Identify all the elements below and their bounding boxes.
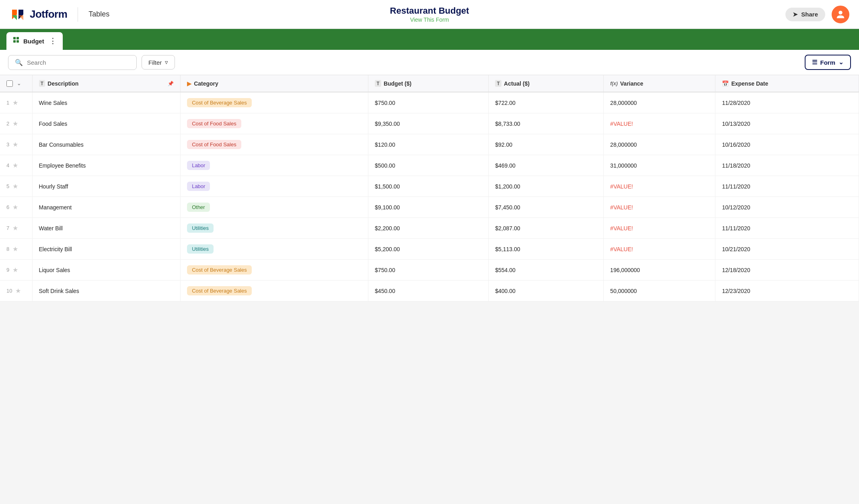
budget-cell[interactable]: $120.00	[368, 134, 489, 155]
category-cell[interactable]: Cost of Food Sales	[181, 134, 368, 155]
col-actual-header[interactable]: T Actual ($)	[489, 75, 604, 92]
tab-label: Budget	[23, 38, 44, 45]
favorite-star-icon[interactable]: ★	[12, 266, 18, 274]
description-cell[interactable]: Bar Consumables	[32, 134, 181, 155]
favorite-star-icon[interactable]: ★	[12, 203, 18, 211]
share-label: Share	[801, 11, 818, 18]
filter-button[interactable]: Filter ▿	[142, 55, 175, 70]
favorite-star-icon[interactable]: ★	[12, 120, 18, 127]
category-cell[interactable]: Cost of Beverage Sales	[181, 92, 368, 113]
budget-cell[interactable]: $9,350.00	[368, 113, 489, 134]
category-badge[interactable]: Utilities	[187, 223, 214, 233]
favorite-star-icon[interactable]: ★	[12, 182, 18, 190]
favorite-star-icon[interactable]: ★	[12, 162, 18, 169]
category-cell[interactable]: Cost of Food Sales	[181, 113, 368, 134]
category-badge[interactable]: Cost of Food Sales	[187, 119, 241, 128]
budget-table: ⌄ T Description 📌 ▶ Category	[0, 75, 859, 301]
expense-date-cell[interactable]: 12/18/2020	[715, 260, 859, 281]
actual-cell[interactable]: $92.00	[489, 134, 604, 155]
expense-date-cell[interactable]: 11/11/2020	[715, 218, 859, 239]
form-chevron-icon: ⌄	[838, 59, 844, 66]
category-cell[interactable]: Utilities	[181, 239, 368, 260]
col-variance-header[interactable]: f(x) Variance	[604, 75, 715, 92]
budget-cell[interactable]: $750.00	[368, 92, 489, 113]
category-badge[interactable]: Labor	[187, 182, 210, 191]
description-cell[interactable]: Soft Drink Sales	[32, 281, 181, 301]
category-badge[interactable]: Cost of Beverage Sales	[187, 286, 252, 295]
avatar[interactable]	[832, 6, 849, 23]
actual-cell[interactable]: $8,733.00	[489, 113, 604, 134]
description-cell[interactable]: Liquor Sales	[32, 260, 181, 281]
budget-cell[interactable]: $500.00	[368, 155, 489, 176]
search-input[interactable]	[27, 59, 130, 66]
description-cell[interactable]: Food Sales	[32, 113, 181, 134]
category-badge[interactable]: Utilities	[187, 244, 214, 254]
budget-cell[interactable]: $9,100.00	[368, 197, 489, 218]
variance-cell: 28,000000	[604, 134, 715, 155]
expense-date-cell[interactable]: 10/13/2020	[715, 113, 859, 134]
form-button[interactable]: ☰ Form ⌄	[805, 55, 851, 70]
category-cell[interactable]: Cost of Beverage Sales	[181, 281, 368, 301]
actual-cell[interactable]: $7,450.00	[489, 197, 604, 218]
row-expand-icon[interactable]: ⌄	[17, 81, 21, 86]
expense-date-cell[interactable]: 11/11/2020	[715, 176, 859, 197]
view-form-link[interactable]: View This Form	[390, 16, 469, 23]
favorite-star-icon[interactable]: ★	[12, 224, 18, 232]
actual-cell[interactable]: $400.00	[489, 281, 604, 301]
actual-cell[interactable]: $722.00	[489, 92, 604, 113]
actual-cell[interactable]: $554.00	[489, 260, 604, 281]
favorite-star-icon[interactable]: ★	[12, 99, 18, 107]
row-number: 4	[6, 162, 9, 168]
category-cell[interactable]: Labor	[181, 176, 368, 197]
row-num-cell: 9 ★	[0, 260, 32, 281]
actual-cell[interactable]: $2,087.00	[489, 218, 604, 239]
share-button[interactable]: ➤ Share	[785, 8, 825, 21]
favorite-star-icon[interactable]: ★	[12, 141, 18, 148]
category-cell[interactable]: Other	[181, 197, 368, 218]
table-row: 3 ★ Bar Consumables Cost of Food Sales $…	[0, 134, 859, 155]
tab-budget[interactable]: Budget ⋮	[6, 32, 63, 50]
category-badge[interactable]: Labor	[187, 161, 210, 170]
variance-cell: 196,000000	[604, 260, 715, 281]
description-cell[interactable]: Management	[32, 197, 181, 218]
expense-date-cell[interactable]: 10/21/2020	[715, 239, 859, 260]
category-badge[interactable]: Cost of Food Sales	[187, 140, 241, 149]
expense-date-cell[interactable]: 12/23/2020	[715, 281, 859, 301]
budget-cell[interactable]: $5,200.00	[368, 239, 489, 260]
col-category-header[interactable]: ▶ Category	[181, 75, 368, 92]
category-cell[interactable]: Labor	[181, 155, 368, 176]
budget-cell[interactable]: $450.00	[368, 281, 489, 301]
search-box[interactable]: 🔍	[8, 55, 137, 70]
select-all-checkbox[interactable]	[6, 80, 13, 87]
description-cell[interactable]: Water Bill	[32, 218, 181, 239]
expense-date-cell[interactable]: 11/18/2020	[715, 155, 859, 176]
budget-cell[interactable]: $1,500.00	[368, 176, 489, 197]
col-budget-header[interactable]: T Budget ($)	[368, 75, 489, 92]
actual-cell[interactable]: $5,113.00	[489, 239, 604, 260]
svg-rect-8	[13, 40, 16, 43]
favorite-star-icon[interactable]: ★	[15, 287, 21, 295]
budget-cell[interactable]: $750.00	[368, 260, 489, 281]
description-cell[interactable]: Wine Sales	[32, 92, 181, 113]
category-badge[interactable]: Other	[187, 203, 210, 212]
variance-cell: #VALUE!	[604, 239, 715, 260]
actual-cell[interactable]: $469.00	[489, 155, 604, 176]
expense-date-cell[interactable]: 10/16/2020	[715, 134, 859, 155]
variance-cell: #VALUE!	[604, 113, 715, 134]
category-cell[interactable]: Utilities	[181, 218, 368, 239]
col-expense-date-header[interactable]: 📅 Expense Date	[715, 75, 859, 92]
expense-date-cell[interactable]: 11/28/2020	[715, 92, 859, 113]
description-cell[interactable]: Electricity Bill	[32, 239, 181, 260]
actual-cell[interactable]: $1,200.00	[489, 176, 604, 197]
category-cell[interactable]: Cost of Beverage Sales	[181, 260, 368, 281]
category-badge[interactable]: Cost of Beverage Sales	[187, 98, 252, 107]
category-badge[interactable]: Cost of Beverage Sales	[187, 265, 252, 275]
budget-cell[interactable]: $2,200.00	[368, 218, 489, 239]
description-cell[interactable]: Employee Benefits	[32, 155, 181, 176]
favorite-star-icon[interactable]: ★	[12, 245, 18, 253]
variance-cell: 31,000000	[604, 155, 715, 176]
tab-more-icon[interactable]: ⋮	[49, 37, 56, 45]
description-cell[interactable]: Hourly Staff	[32, 176, 181, 197]
expense-date-cell[interactable]: 10/12/2020	[715, 197, 859, 218]
col-description-header[interactable]: T Description 📌	[32, 75, 181, 92]
